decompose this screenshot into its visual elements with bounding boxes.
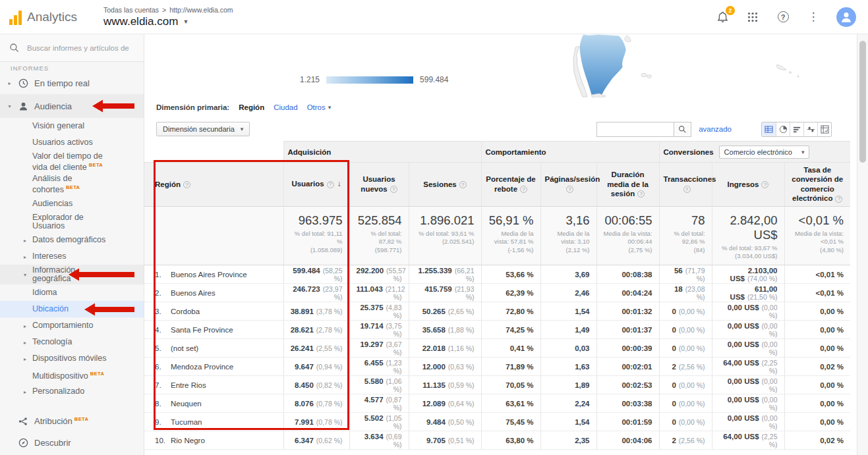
sidebar-item-descubrir[interactable]: Descubrir [0, 432, 144, 454]
sidebar-item-intereses[interactable]: ▸Intereses [0, 248, 144, 265]
summary-cell: 963.975 % del total: 91,11 % (1.058.089) [283, 206, 349, 265]
scrollbar-thumb[interactable] [859, 41, 866, 163]
sidebar-item-usuarios-activos[interactable]: Usuarios activos [0, 134, 144, 151]
sidebar-item-analisis-cohortes[interactable]: Análisis de cohortesBETA [0, 173, 144, 196]
sidebar-item-comportamiento[interactable]: ▸Comportamiento [0, 317, 144, 334]
help-icon[interactable]: ? [327, 181, 334, 188]
sidebar-item-idioma[interactable]: Idioma [0, 284, 144, 301]
secondary-dimension-button[interactable]: Dimensión secundaria ▾ [156, 122, 250, 136]
help-icon[interactable]: ? [390, 186, 397, 193]
sidebar-search[interactable]: Buscar informes y artículos de [0, 34, 144, 62]
help-icon[interactable]: ? [761, 181, 768, 188]
column-header-transacciones[interactable]: Transacciones? [659, 163, 712, 207]
table-row[interactable]: 1.Buenos Aires Province 599.484(58,25 %)… [144, 265, 850, 284]
users-cell: 7.991(0,78 %) [283, 413, 349, 431]
column-header-duracion-media[interactable]: Duración media de la sesión? [596, 163, 659, 207]
column-header-sesiones[interactable]: Sesiones? [409, 163, 481, 207]
pages-per-session-cell: 1,54 [540, 302, 596, 321]
table-search-button[interactable] [674, 122, 691, 137]
sidebar-item-multidispositivo[interactable]: MultidispositivoBETA [0, 367, 144, 383]
help-button[interactable]: ? [776, 10, 790, 24]
apps-grid-button[interactable] [745, 10, 760, 24]
new-users-cell: 5.502(1,05 %) [349, 413, 409, 431]
account-name[interactable]: www.eldia.com [103, 15, 178, 28]
help-icon[interactable]: ? [183, 181, 190, 188]
vertical-scrollbar[interactable] [857, 34, 868, 455]
sort-desc-icon[interactable]: ↓ [337, 179, 341, 188]
breadcrumb-root[interactable]: Todas las cuentas [103, 6, 159, 14]
search-input[interactable]: Buscar informes y artículos de [27, 44, 129, 52]
sidebar-item-dispositivos-moviles[interactable]: ▸Dispositivos móviles [0, 350, 144, 367]
sessions-cell: 50.265(2,65 %) [409, 302, 481, 321]
table-row[interactable]: 3.Cordoba 38.891(3,78 %) 25.375(4,83 %) … [144, 302, 850, 321]
account-switcher[interactable]: Todas las cuentas > http://www.eldia.com… [103, 6, 233, 28]
table-row[interactable]: 7.Entre Rios 8.450(0,82 %) 5.580(1,06 %)… [144, 376, 850, 394]
column-header-usuarios[interactable]: Usuarios?↓ [283, 163, 349, 207]
sidebar-item-valor-tiempo-vida[interactable]: Valor del tiempo de vida del clienteBETA [0, 151, 144, 173]
sidebar-item-personalizado[interactable]: ▸Personalizado [0, 383, 144, 400]
sidebar-item-explorador-usuarios[interactable]: Explorador de Usuarios [0, 212, 144, 232]
summary-subtext: Media de la vista: 3,10 [548, 230, 590, 247]
column-header-porcentaje-rebote[interactable]: Porcentaje de rebote? [481, 163, 540, 207]
sidebar-item-informacion-geografica[interactable]: ▾ Información geográfica [0, 265, 144, 284]
help-icon[interactable]: ? [566, 186, 573, 193]
more-options-button[interactable]: ⋮ [806, 10, 821, 24]
geo-map[interactable]: 1.215 599.484 [144, 34, 857, 97]
table-row[interactable]: 5.(not set) 26.241(2,55 %) 19.297(3,67 %… [144, 339, 850, 358]
table-row[interactable]: 4.Santa Fe Province 28.621(2,78 %) 19.71… [144, 321, 850, 339]
summary-subtext: Media de la vista: <0,01 % [792, 230, 844, 247]
row-rank: 1. [155, 271, 171, 279]
chevron-right-icon: ▸ [5, 80, 14, 86]
analytics-logo-icon[interactable] [9, 9, 22, 25]
cell-percent: (0,00 %) [762, 414, 778, 430]
help-icon[interactable]: ? [520, 186, 527, 193]
table-row[interactable]: 2.Buenos Aires 246.723(23,97 %) 111.043(… [144, 284, 850, 302]
dimension-option-region[interactable]: Región [239, 103, 264, 111]
column-header-ingresos[interactable]: Ingresos? [712, 163, 784, 207]
summary-cell: 525.854 % del total: 87,82 % (598.771) [349, 206, 409, 265]
conversion-rate-cell: 0,00 % [784, 394, 850, 413]
sidebar-item-ubicacion[interactable]: Ubicación [0, 301, 144, 317]
sidebar-item-en-tiempo-real[interactable]: ▸ En tiempo real [0, 72, 144, 94]
comparison-view-button[interactable] [803, 122, 817, 136]
column-header-paginas-sesion[interactable]: Páginas/sesión? [540, 163, 596, 207]
column-header-region[interactable]: Región? [144, 163, 283, 207]
sidebar-item-audiencia[interactable]: ▾ Audiencia [0, 94, 144, 118]
performance-view-button[interactable] [790, 122, 803, 136]
cell-value: 1,54 [575, 308, 589, 315]
sidebar-item-vision-general[interactable]: Visión general [0, 118, 144, 134]
dimension-option-ciudad[interactable]: Ciudad [274, 103, 297, 111]
pages-per-session-cell: 3,69 [540, 265, 596, 284]
pages-per-session-cell: 2,24 [540, 394, 596, 413]
conversion-type-select[interactable]: Comercio electrónico ▾ [719, 146, 810, 159]
region-cell: 4.Santa Fe Province [144, 321, 283, 339]
sidebar-item-datos-demograficos[interactable]: ▸Datos demográficos [0, 232, 144, 248]
cell-value: 599.484 [293, 267, 320, 275]
avatar[interactable] [836, 7, 856, 27]
column-header-usuarios-nuevos[interactable]: Usuarios nuevos? [349, 163, 409, 207]
help-icon[interactable]: ? [459, 181, 467, 188]
cell-percent: (1,23 %) [386, 359, 402, 375]
beta-badge: BETA [89, 162, 103, 168]
sidebar-item-tecnologia[interactable]: ▸Tecnología [0, 334, 144, 350]
notifications-button[interactable]: 2 [715, 10, 730, 24]
table-search-input[interactable] [596, 122, 674, 137]
table-row[interactable]: 6.Mendoza Province 9.647(0,94 %) 6.455(1… [144, 358, 850, 376]
help-icon[interactable]: ? [683, 186, 691, 193]
bounce-rate-cell: 72,80 % [481, 302, 540, 321]
sidebar-item-audiencias[interactable]: Audiencias [0, 196, 144, 212]
advanced-filter-link[interactable]: avanzado [699, 125, 732, 133]
sidebar-item-label: Usuarios activos [32, 138, 93, 147]
table-row[interactable]: 8.Neuquen 8.076(0,78 %) 4.577(0,87 %) 12… [144, 394, 850, 413]
table-row[interactable]: 10.Rio Negro 6.347(0,62 %) 3.634(0,69 %)… [144, 431, 850, 450]
breadcrumb-property[interactable]: http://www.eldia.com [169, 6, 233, 14]
column-header-tasa-conversion[interactable]: Tasa de conversión de comercio electróni… [784, 163, 850, 207]
dimension-option-otros[interactable]: Otros ▾ [307, 103, 332, 111]
help-icon[interactable]: ? [637, 190, 645, 198]
table-view-button[interactable] [762, 122, 776, 136]
percentage-view-button[interactable] [776, 122, 790, 136]
help-icon[interactable]: ? [835, 196, 842, 203]
table-row[interactable]: 9.Tucuman 7.991(0,78 %) 5.502(1,05 %) 9.… [144, 413, 850, 431]
sidebar-item-atribucion[interactable]: AtribuciónBETA [0, 410, 144, 432]
pivot-view-button[interactable] [817, 122, 831, 136]
